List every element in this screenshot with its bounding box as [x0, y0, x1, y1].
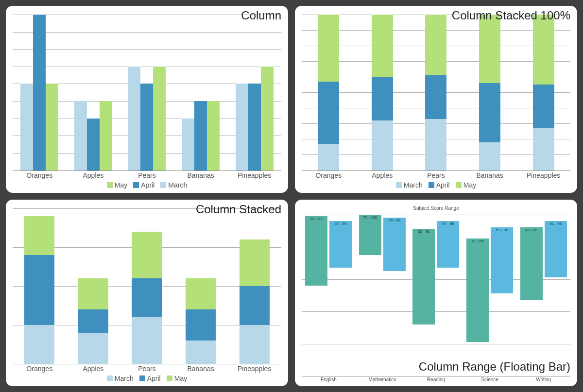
- bar: [140, 84, 153, 170]
- panel-range: Subject Score Range 56 - 9967 - 9675 - 1…: [295, 200, 577, 387]
- legend: MayAprilMarch: [13, 181, 281, 189]
- legend: MarchAprilMay: [13, 375, 281, 382]
- bar-segment: [533, 85, 554, 128]
- range-bar: 56 - 99: [305, 216, 327, 286]
- stack: [186, 208, 216, 364]
- bar: [182, 119, 194, 170]
- bar-group: [227, 15, 281, 170]
- bar-segment: [425, 119, 446, 170]
- bars: [13, 15, 281, 170]
- plot-area: [13, 15, 281, 170]
- bar-group: [409, 15, 463, 170]
- x-label: Pears: [120, 171, 174, 179]
- x-axis: OrangesApplesPearsBananasPineapples: [302, 171, 570, 179]
- chart-title: Column: [241, 9, 281, 22]
- bar: [207, 101, 220, 170]
- x-label: Oranges: [13, 365, 67, 373]
- legend-swatch: [160, 182, 166, 188]
- bar: [74, 101, 87, 170]
- x-label: Writing: [516, 377, 570, 382]
- bar-group: [356, 15, 410, 170]
- legend-item: May: [167, 375, 187, 382]
- bar-group: [227, 208, 281, 364]
- bar-group: [67, 15, 120, 170]
- bar-segment: [533, 15, 554, 85]
- x-label: Pineapples: [227, 171, 281, 179]
- bar-group: [516, 15, 570, 170]
- x-axis: OrangesApplesPearsBananasPineapples: [13, 365, 281, 373]
- bar: [46, 84, 58, 170]
- panel-stacked: Column Stacked OrangesApplesPearsBananas…: [6, 200, 288, 387]
- bar-segment: [533, 128, 554, 170]
- bar-segment: [78, 309, 108, 333]
- chart-title: Column Range (Floating Bar): [419, 360, 570, 374]
- panel-column: Column OrangesApplesPearsBananasPineappl…: [6, 6, 288, 193]
- stack: [533, 15, 554, 170]
- bar-segment: [24, 325, 54, 364]
- x-label: Oranges: [13, 171, 67, 179]
- bar-group: [174, 15, 228, 170]
- bar-segment: [24, 255, 54, 325]
- bar-group: [302, 15, 356, 170]
- bar-segment: [240, 239, 270, 286]
- x-label: Bananas: [463, 171, 517, 179]
- stack: [479, 15, 500, 170]
- x-label: Apples: [67, 171, 120, 179]
- bar-segment: [425, 15, 446, 75]
- range-bar: 32 - 91: [412, 229, 435, 324]
- legend-item: March: [107, 375, 134, 382]
- bar-segment: [425, 75, 446, 119]
- legend-item: May: [107, 181, 127, 189]
- range-bar: 61 - 96: [545, 221, 567, 277]
- bar: [194, 101, 207, 170]
- chart-title: Column Stacked 100%: [452, 9, 570, 22]
- bar-group: 47 - 9261 - 96: [516, 215, 570, 376]
- bar-segment: [132, 278, 162, 317]
- legend-swatch: [107, 375, 113, 381]
- legend-swatch: [107, 182, 113, 188]
- range-bar: 67 - 96: [437, 221, 459, 268]
- stack: [132, 208, 162, 364]
- plot-area: [13, 208, 281, 364]
- chart-title: Column Stacked: [196, 203, 281, 216]
- bar-group: [13, 15, 67, 170]
- bar-segment: [318, 82, 339, 144]
- x-label: Bananas: [174, 365, 228, 373]
- bar-segment: [318, 15, 339, 82]
- bar-group: 75 - 10065 - 98: [356, 215, 410, 376]
- bar-group: 56 - 9967 - 96: [302, 215, 356, 376]
- x-label: Bananas: [174, 171, 228, 179]
- x-label: Pears: [120, 365, 174, 373]
- legend-item: March: [160, 181, 187, 189]
- x-axis: EnglishMathematicsReadingScienceWriting: [302, 377, 570, 382]
- stack: [240, 208, 270, 364]
- x-label: English: [302, 377, 356, 382]
- stack: [425, 15, 446, 170]
- bar-segment: [240, 325, 270, 364]
- legend-swatch: [167, 375, 172, 381]
- range-bar: 75 - 100: [359, 215, 381, 255]
- bar: [236, 84, 248, 170]
- bar: [33, 15, 46, 170]
- bar-group: 21 - 8551 - 92: [463, 215, 517, 376]
- legend-swatch: [133, 182, 139, 188]
- bar-segment: [186, 278, 216, 309]
- bar-segment: [318, 144, 339, 170]
- bar: [248, 84, 261, 170]
- chart-subtitle: Subject Score Range: [302, 205, 570, 211]
- bar-segment: [479, 15, 500, 83]
- bar-segment: [186, 309, 216, 341]
- bar-group: [13, 208, 67, 364]
- legend: MarchAprilMay: [302, 181, 570, 189]
- stack: [24, 208, 54, 364]
- legend-item: April: [133, 181, 154, 189]
- legend-swatch: [456, 182, 462, 188]
- panel-stacked-100: Column Stacked 100% OrangesApplesPearsBa…: [295, 6, 577, 193]
- bar-segment: [479, 83, 500, 142]
- stack: [78, 208, 108, 364]
- bars: [302, 15, 570, 170]
- bar-segment: [240, 286, 270, 325]
- x-axis: OrangesApplesPearsBananasPineapples: [13, 171, 281, 179]
- x-label: Reading: [409, 377, 463, 382]
- plot-area: [302, 15, 570, 170]
